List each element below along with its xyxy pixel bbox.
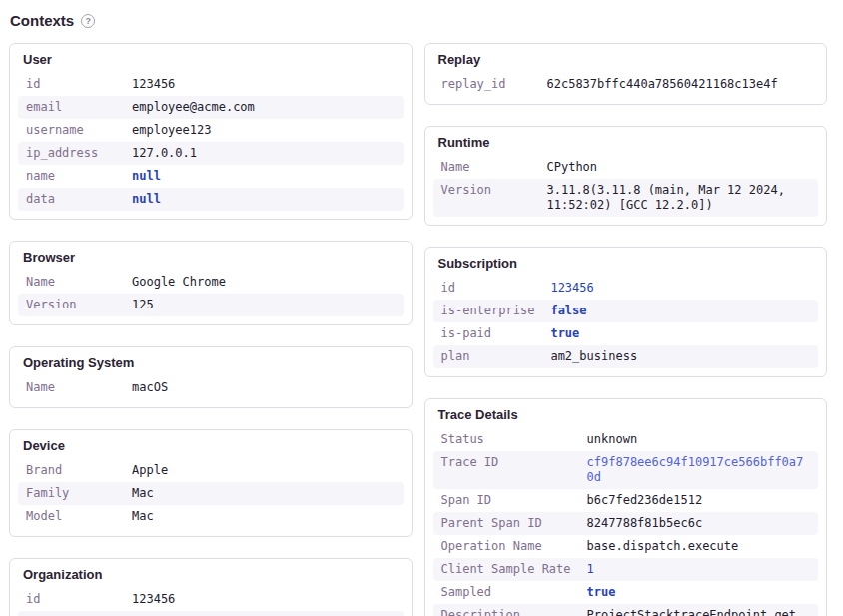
row-key: Operation Name <box>433 535 579 558</box>
row-key: Model <box>18 505 124 528</box>
row-email: email employee@acme.com <box>18 96 404 119</box>
card-title: Runtime <box>438 135 814 151</box>
row-key: slug <box>18 611 124 616</box>
row-key: Span ID <box>433 489 579 512</box>
row-value: base.dispatch.execute <box>579 535 818 558</box>
key-value-table: id 123456 slug acme <box>18 588 404 616</box>
row-client-sample-rate: Client Sample Rate 1 <box>433 558 819 581</box>
row-value: 125 <box>124 294 404 316</box>
row-value: am2_business <box>542 345 818 368</box>
key-value-table: id 123456 email employee@acme.com userna… <box>18 73 404 211</box>
row-value: 62c5837bffc440a78560421168c13e4f <box>539 73 819 96</box>
row-value: true <box>542 322 818 345</box>
row-value: null <box>124 165 404 188</box>
row-name: Name CPython <box>433 156 819 179</box>
row-status: Status unknown <box>433 428 819 451</box>
row-key: email <box>18 96 124 119</box>
row-key: Name <box>18 271 124 294</box>
row-key: is-paid <box>433 322 543 345</box>
row-value: Apple <box>124 459 404 482</box>
row-id: id 123456 <box>433 277 819 300</box>
row-key: Description <box>433 604 579 616</box>
row-value: 127.0.0.1 <box>124 142 404 165</box>
key-value-table: Name macOS <box>18 376 404 399</box>
row-key: Family <box>18 482 124 505</box>
row-key: id <box>433 277 543 300</box>
card-title: Browser <box>23 250 399 266</box>
left-column: User id 123456 email employee@acme.com u… <box>9 43 413 616</box>
row-key: Version <box>433 179 539 217</box>
row-value: employee@acme.com <box>124 96 404 119</box>
row-key: ip_address <box>18 142 124 165</box>
row-value: employee123 <box>124 119 404 142</box>
row-trace-id: Trace ID cf9f878ee6c94f10917ce566bff0a70… <box>433 451 819 489</box>
context-card-trace-details: Trace Details Status unknown Trace ID cf… <box>424 398 828 616</box>
row-key: Sampled <box>433 581 579 604</box>
key-value-table: Name CPython Version 3.11.8(3.11.8 (main… <box>433 156 819 217</box>
card-title: Trace Details <box>438 407 814 423</box>
row-ip-address: ip_address 127.0.0.1 <box>18 142 404 165</box>
row-key: is-enterprise <box>433 300 543 322</box>
key-value-table: Status unknown Trace ID cf9f878ee6c94f10… <box>433 428 819 616</box>
context-card-browser: Browser Name Google Chrome Version 125 <box>9 241 413 325</box>
context-card-operating-system: Operating System Name macOS <box>9 346 413 408</box>
row-key: Brand <box>18 459 124 482</box>
row-value: acme <box>124 611 404 616</box>
row-value: false <box>542 300 818 322</box>
row-key: name <box>18 165 124 188</box>
row-key: data <box>18 188 124 211</box>
row-key: Name <box>18 376 124 399</box>
row-value: Mac <box>124 505 404 528</box>
row-key: username <box>18 119 124 142</box>
row-value: b6c7fed236de1512 <box>579 489 818 512</box>
row-id: id 123456 <box>18 588 404 611</box>
row-value: 8247788f81b5ec6c <box>579 512 818 535</box>
row-key: id <box>18 588 124 611</box>
row-family: Family Mac <box>18 482 404 505</box>
row-parent-span-id: Parent Span ID 8247788f81b5ec6c <box>433 512 819 535</box>
page-title: Contexts <box>10 12 74 30</box>
row-version: Version 3.11.8(3.11.8 (main, Mar 12 2024… <box>433 179 819 217</box>
key-value-table: id 123456 is-enterprise false is-paid tr… <box>433 277 819 368</box>
row-value: Mac <box>124 482 404 505</box>
row-model: Model Mac <box>18 505 404 528</box>
row-value: Google Chrome <box>124 271 404 294</box>
section-header: Contexts ? <box>10 12 827 30</box>
row-plan: plan am2_business <box>433 345 819 368</box>
row-key: plan <box>433 345 543 368</box>
row-value: macOS <box>124 376 404 399</box>
context-card-runtime: Runtime Name CPython Version 3.11.8(3.11… <box>424 126 828 226</box>
card-title: Organization <box>23 567 399 583</box>
row-key: Status <box>433 428 579 451</box>
row-value: null <box>124 188 404 211</box>
row-value: ProjectStacktraceEndpoint.get <box>579 604 818 616</box>
row-key: Parent Span ID <box>433 512 579 535</box>
key-value-table: replay_id 62c5837bffc440a78560421168c13e… <box>433 73 819 96</box>
row-is-enterprise: is-enterprise false <box>433 300 819 322</box>
context-card-user: User id 123456 email employee@acme.com u… <box>9 43 413 220</box>
row-name: name null <box>18 165 404 188</box>
row-name: Name macOS <box>18 376 404 399</box>
card-title: Operating System <box>23 355 399 371</box>
row-key: Version <box>18 294 124 316</box>
card-title: User <box>23 52 399 68</box>
card-title: Replay <box>438 52 814 68</box>
card-title: Subscription <box>438 256 814 272</box>
row-name: Name Google Chrome <box>18 271 404 294</box>
trace-id-link[interactable]: cf9f878ee6c94f10917ce566bff0a70d <box>587 455 804 484</box>
key-value-table: Brand Apple Family Mac Model Mac <box>18 459 404 528</box>
row-value: 1 <box>579 558 818 581</box>
help-icon[interactable]: ? <box>81 14 95 28</box>
row-sampled: Sampled true <box>433 581 819 604</box>
row-id: id 123456 <box>18 73 404 96</box>
row-key: Client Sample Rate <box>433 558 579 581</box>
key-value-table: Name Google Chrome Version 125 <box>18 271 404 316</box>
row-slug: slug acme <box>18 611 404 616</box>
row-username: username employee123 <box>18 119 404 142</box>
row-value: unknown <box>579 428 818 451</box>
row-description: Description ProjectStacktraceEndpoint.ge… <box>433 604 819 616</box>
cards-grid: User id 123456 email employee@acme.com u… <box>9 43 827 616</box>
context-card-organization: Organization id 123456 slug acme <box>9 558 413 616</box>
context-card-replay: Replay replay_id 62c5837bffc440a78560421… <box>424 43 828 105</box>
row-is-paid: is-paid true <box>433 322 819 345</box>
